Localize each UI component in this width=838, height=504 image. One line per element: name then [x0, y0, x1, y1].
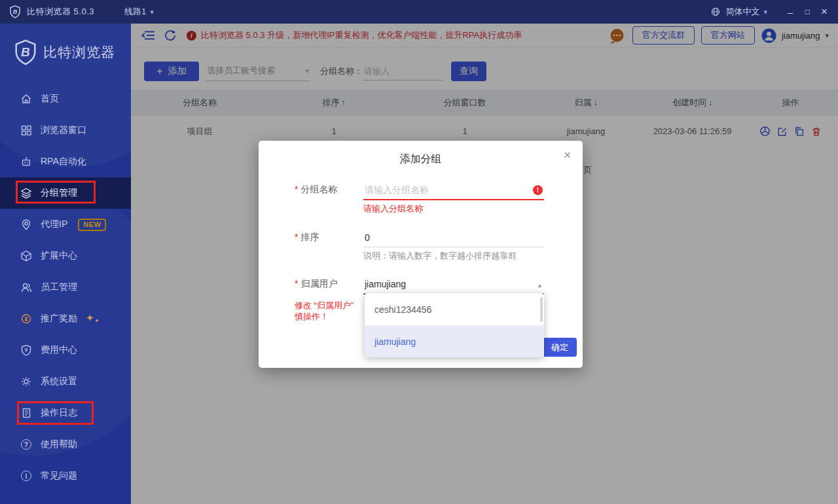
owner-label: * 归属用户: [295, 278, 337, 290]
sidebar-item-extension-center[interactable]: 扩展中心: [0, 240, 131, 272]
home-icon: [20, 93, 32, 105]
titlebar: B 比特浏览器 5.0.3 线路1 ▾ 简体中文 ▾ – □ ×: [0, 0, 838, 24]
brand-logo-icon: B: [14, 39, 37, 65]
caret-down-icon: ▾: [763, 8, 767, 16]
sidebar-item-proxy-ip[interactable]: 代理IP NEW: [0, 209, 131, 240]
sparkles-icon: ✦✦: [86, 311, 101, 327]
people-icon: [20, 281, 32, 293]
brand-name: 比特浏览器: [43, 43, 115, 62]
group-name-error-message: 请输入分组名称: [363, 203, 423, 215]
sidebar-menu: 首页 浏览器窗口 RPA自动化 分组管理 代理IP NEW 扩展中心: [0, 83, 131, 492]
sidebar-item-staff-management[interactable]: 员工管理: [0, 272, 131, 303]
log-book-icon: [20, 407, 32, 419]
sidebar-item-operation-logs[interactable]: 操作日志: [0, 397, 131, 429]
sidebar-item-system-settings[interactable]: 系统设置: [0, 366, 131, 397]
caret-up-icon: ▴: [538, 281, 541, 289]
sort-label: * 排序: [295, 232, 319, 243]
required-mark: *: [295, 184, 298, 194]
sort-field: [363, 230, 544, 247]
minimize-button[interactable]: –: [782, 3, 799, 20]
layers-icon: [20, 187, 32, 199]
error-icon: !: [533, 185, 543, 195]
close-window-button[interactable]: ×: [816, 3, 833, 20]
language-selector[interactable]: 简体中文 ▾: [710, 6, 767, 18]
sort-input[interactable]: [363, 230, 544, 247]
confirm-button[interactable]: 确定: [543, 338, 577, 357]
app-title: 比特浏览器 5.0.3: [27, 6, 94, 18]
shield-currency-icon: [20, 344, 32, 356]
app-logo-icon: B: [9, 5, 21, 18]
line-selector[interactable]: 线路1 ▾: [124, 6, 154, 18]
sidebar-item-promotion-rewards[interactable]: 推广奖励 ✦✦: [0, 303, 131, 334]
sidebar: B 比特浏览器 首页 浏览器窗口 RPA自动化 分组管理 代理IP: [0, 24, 131, 504]
reward-icon: [20, 313, 32, 325]
owner-select[interactable]: jiamujiang ▴: [363, 276, 544, 295]
sidebar-item-billing-center[interactable]: 费用中心: [0, 334, 131, 366]
location-pin-icon: [20, 219, 32, 230]
new-badge: NEW: [78, 219, 106, 231]
content-area: i 比特浏览器 5.0.3 升级，新增代理IP重复检测，优化客户端性能，提升RP…: [131, 24, 838, 504]
maximize-button[interactable]: □: [799, 3, 816, 20]
sidebar-item-browser-windows[interactable]: 浏览器窗口: [0, 115, 131, 146]
owner-select-value: jiamujiang: [363, 276, 544, 295]
robot-icon: [20, 156, 32, 168]
owner-dropdown: ceshi1234456 jiamujiang: [365, 293, 544, 357]
dropdown-scrollbar[interactable]: [540, 297, 543, 322]
sidebar-item-help[interactable]: ? 使用帮助: [0, 429, 131, 460]
cube-icon: [20, 250, 32, 262]
caret-down-icon: ▾: [150, 8, 154, 16]
group-name-field: !: [363, 182, 544, 200]
brand: B 比特浏览器: [14, 39, 115, 65]
required-mark: *: [295, 278, 298, 289]
group-name-label: * 分组名称: [295, 184, 337, 196]
owner-change-warning: 修改 “归属用户” 慎操作！: [295, 300, 354, 322]
question-icon: ?: [20, 439, 32, 450]
svg-text:B: B: [21, 45, 30, 59]
sidebar-item-faq[interactable]: i 常见问题: [0, 460, 131, 492]
windows-grid-icon: [20, 124, 32, 136]
dropdown-option[interactable]: ceshi1234456: [365, 293, 544, 325]
sort-hint: 说明：请输入数字，数字越小排序越靠前: [363, 250, 517, 262]
group-name-input[interactable]: [363, 182, 544, 200]
sidebar-item-home[interactable]: 首页: [0, 83, 131, 115]
sidebar-item-rpa[interactable]: RPA自动化: [0, 146, 131, 177]
info-icon: i: [20, 470, 32, 482]
app-window: B 比特浏览器 5.0.3 线路1 ▾ 简体中文 ▾ – □ × B 比特浏览器: [0, 0, 838, 504]
modal-title: 添加分组: [259, 153, 583, 166]
modal-close-icon[interactable]: ×: [564, 149, 571, 161]
svg-text:B: B: [13, 9, 18, 15]
required-mark: *: [295, 232, 298, 242]
globe-icon: [710, 7, 721, 17]
sidebar-item-group-management[interactable]: 分组管理: [0, 177, 131, 209]
dropdown-option-selected[interactable]: jiamujiang: [365, 325, 544, 357]
gear-icon: [20, 376, 32, 387]
